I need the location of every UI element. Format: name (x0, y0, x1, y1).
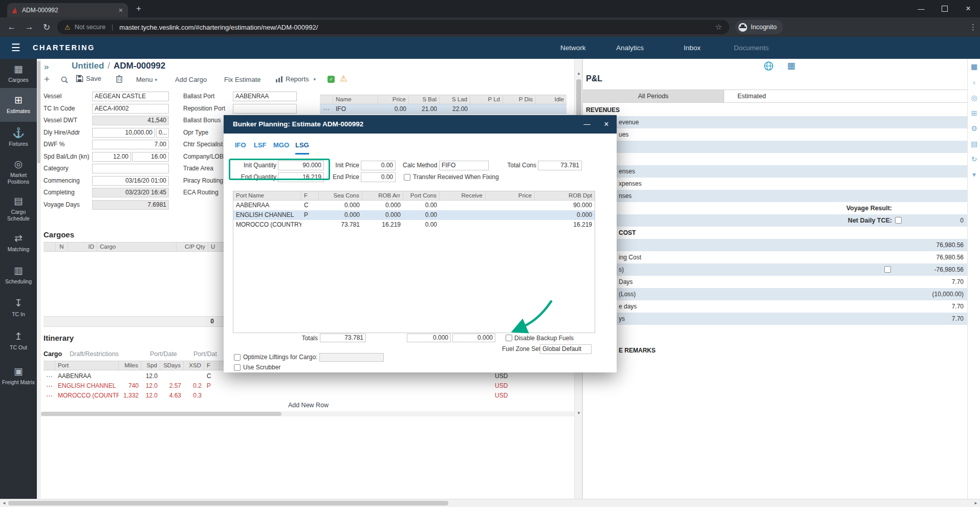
reports-button[interactable]: Reports ▾ (275, 75, 316, 83)
init-price-field[interactable]: 0.00 (361, 161, 396, 170)
page-hscrollbar[interactable]: ◄ ► (0, 499, 980, 507)
dialog-close-button[interactable]: × (600, 115, 613, 134)
addr-field[interactable]: 0... (156, 128, 169, 138)
collapse-panel-icon[interactable]: ‹ (968, 78, 980, 86)
col-rob-arr[interactable]: ROB Arr (362, 191, 403, 200)
save-button[interactable]: Save (76, 75, 101, 82)
dwf-field[interactable]: 7.00 (92, 140, 169, 149)
col-sdays[interactable]: SDays (160, 361, 184, 370)
fix-estimate-button[interactable]: Fix Estimate (224, 76, 261, 83)
col-receive[interactable]: Receive (440, 191, 486, 200)
apps-grid-icon[interactable]: ▦ (968, 62, 980, 71)
bunker-row[interactable]: MOROCCO (COUNTRY) 73.781 16.219 0.00 16.… (233, 220, 595, 230)
fuel-tab-ifo[interactable]: IFO (235, 141, 246, 153)
forward-button[interactable]: → (20, 22, 38, 32)
nav-inbox[interactable]: Inbox (684, 37, 701, 59)
delete-icon[interactable] (116, 75, 123, 84)
hscroll-thumb[interactable] (8, 501, 448, 505)
col-f[interactable]: F (204, 361, 220, 370)
row-handle-icon[interactable]: ⋯ (320, 104, 333, 114)
box-icon[interactable]: ⊞ (968, 109, 980, 117)
target-icon[interactable]: ◎ (968, 94, 980, 102)
not-secure-label[interactable]: Not secure (75, 24, 105, 31)
fuel-tab-lsg[interactable]: LSG (295, 141, 309, 155)
chevron-down-icon[interactable]: ▾ (968, 170, 980, 179)
dly-hire-field[interactable]: 10,000.00 (92, 128, 155, 138)
itinerary-tab-draft-restrictions[interactable]: Draft/Restrictions (70, 350, 119, 358)
bunker-row[interactable]: ENGLISH CHANNEL P 0.000 0.000 0.00 0.000 (233, 210, 595, 220)
sidebar-item-estimates[interactable]: ⊞ Estimates (0, 88, 37, 122)
row-handle-icon[interactable]: ⋯ (43, 381, 55, 391)
col-miles[interactable]: Miles (119, 361, 141, 370)
col-s-lad[interactable]: S Lad (440, 95, 470, 104)
globe-icon[interactable] (764, 61, 774, 73)
col-port[interactable]: Port (55, 361, 119, 370)
use-scrubber-checkbox[interactable] (234, 364, 241, 371)
add-cargo-button[interactable]: Add Cargo (175, 76, 207, 83)
itinerary-row[interactable]: ⋯ ENGLISH CHANNEL 740 12.0 2.57 0.2 P US… (43, 381, 573, 391)
itinerary-hscrollbar[interactable] (41, 411, 574, 416)
fuel-tab-mgo[interactable]: MGO (273, 141, 289, 153)
back-button[interactable]: ← (3, 22, 20, 32)
nav-network[interactable]: Network (560, 37, 586, 59)
col-id[interactable]: ID (68, 243, 97, 251)
menu-button[interactable]: Menu ▾ (136, 76, 157, 83)
browser-tab[interactable]: ADM-000992 × (7, 3, 128, 17)
col-xsd[interactable]: XSD (184, 361, 204, 370)
spd-laden-field[interactable]: 16.00 (132, 152, 169, 162)
scroll-right-icon[interactable]: ► (974, 501, 978, 505)
sidebar-item-tc-in[interactable]: ↧ TC In (0, 292, 37, 324)
sidebar-item-cargoes[interactable]: ▦ Cargoes (0, 59, 37, 88)
bunker-row[interactable]: AABENRAA C 0.000 0.000 0.00 90.000 (233, 201, 595, 210)
col-n[interactable]: N (56, 243, 68, 251)
row-handle-icon[interactable]: ⋯ (43, 391, 55, 401)
itinerary-row[interactable]: ⋯ MOROCCO (COUNTRY 1,332 12.0 4.63 0.3 U… (43, 391, 573, 401)
add-new-row-button[interactable]: Add New Row (43, 402, 573, 409)
col-spd[interactable]: Spd (141, 361, 160, 370)
col-s-bal[interactable]: S Bal (409, 95, 440, 104)
bookmark-star-icon[interactable]: ☆ (715, 23, 722, 32)
browser-menu-icon[interactable]: ⋮ (969, 23, 977, 32)
fuel-row-ifo[interactable]: ⋯ IFO 0.00 21.00 22.00 (320, 104, 567, 114)
add-row-button[interactable]: + (44, 74, 50, 85)
window-minimize-button[interactable]: — (909, 0, 933, 17)
refresh-icon[interactable]: ↻ (968, 155, 980, 163)
scroll-left-icon[interactable]: ◄ (2, 501, 6, 505)
dialog-minimize-button[interactable]: — (581, 115, 593, 134)
sidebar-item-market-positions[interactable]: ◎ Market Positions (0, 153, 37, 190)
fuel-zone-set-select[interactable]: Global Default (540, 344, 592, 354)
optimize-liftings-checkbox[interactable] (234, 354, 241, 361)
transfer-received-checkbox[interactable] (404, 174, 410, 181)
grid-view-icon[interactable]: ▦ (787, 60, 795, 71)
col-price[interactable]: Price (486, 191, 535, 200)
nav-analytics[interactable]: Analytics (616, 37, 644, 59)
spd-ballast-field[interactable]: 12.00 (92, 152, 131, 162)
sidebar-item-fixtures[interactable]: ⚓ Fixtures (0, 122, 37, 153)
window-close-button[interactable]: × (956, 0, 980, 17)
reload-button[interactable]: ↻ (38, 22, 55, 33)
col-price[interactable]: Price (378, 95, 409, 104)
dialog-header[interactable]: Bunker Planning: Estimate ADM-000992 — × (224, 115, 617, 134)
window-maximize-button[interactable] (933, 0, 956, 17)
tc-in-code-field[interactable]: AECA-I0002 (92, 104, 169, 114)
vessel-field[interactable]: AEGEAN CASTLE (92, 92, 169, 101)
sidebar-item-scheduling[interactable]: ▥ Scheduling (0, 259, 37, 292)
gear-icon[interactable]: ⚙ (968, 124, 980, 133)
category-field[interactable] (92, 164, 169, 173)
tab-close-icon[interactable]: × (119, 6, 123, 14)
itinerary-tab-cargo[interactable]: Cargo (43, 350, 62, 358)
itinerary-tab-port-date[interactable]: Port/Date (150, 350, 177, 358)
col-idle[interactable]: Idle (536, 95, 567, 104)
list-icon[interactable]: ▤ (968, 140, 980, 148)
expand-panel-icon[interactable]: » (44, 62, 49, 72)
col-name[interactable]: Name (333, 95, 378, 104)
scroll-down-icon[interactable]: ▼ (575, 411, 583, 415)
col-p-dis[interactable]: P Dis (503, 95, 536, 104)
end-price-field[interactable]: 0.00 (361, 172, 396, 182)
col-port-name[interactable]: Port Name (233, 191, 301, 200)
scroll-up-icon[interactable]: ▲ (575, 71, 583, 76)
col-cp-qty[interactable]: C/P Qty (177, 243, 208, 251)
validation-warning-icon[interactable]: ⚠ (340, 74, 347, 83)
new-tab-button[interactable]: + (136, 4, 141, 14)
col-rob-dpt[interactable]: ROB Dpt (535, 191, 595, 200)
